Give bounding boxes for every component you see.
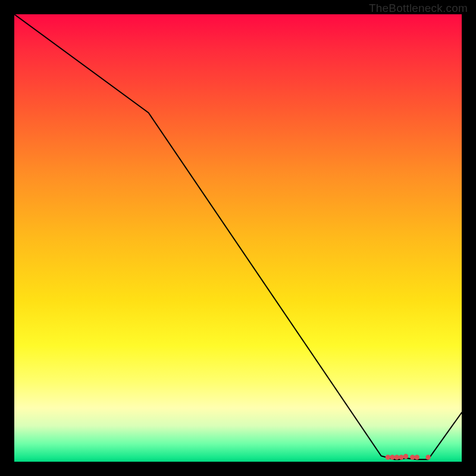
- chart-marker: [394, 455, 399, 459]
- bottleneck-curve-line: [14, 14, 462, 459]
- chart-marker: [399, 455, 403, 459]
- chart-marker: [386, 455, 390, 459]
- chart-marker: [390, 455, 394, 459]
- chart-marker: [415, 455, 419, 459]
- chart-overlay: [14, 14, 462, 462]
- chart-marker: [425, 455, 430, 459]
- watermark-text: TheBottleneck.com: [369, 2, 468, 15]
- chart-marker: [410, 455, 415, 459]
- chart-marker: [403, 454, 408, 459]
